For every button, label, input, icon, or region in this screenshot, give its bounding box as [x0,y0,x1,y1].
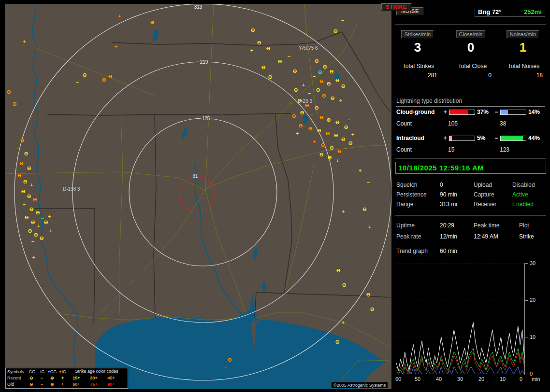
datetime-display: 10/18/2025 12:59:16 AM [395,162,546,174]
pos-cg-count: 105 [448,120,458,127]
total-close-label: Total Close [449,63,495,70]
trend-series-total-strikes [396,322,524,371]
capture-status: Active [512,191,528,198]
neg-ic-count: 123 [500,146,509,153]
pos-ic-bar [449,136,475,141]
upload-status: Disabled [512,182,535,188]
minus-sign: − [493,109,499,115]
legend-symbols-header: Symbols [6,369,26,374]
uptime-value: 20:29 [440,222,454,229]
total-strikes-value: 281 [395,72,441,79]
total-close-value: 0 [449,72,495,79]
plus-sign: + [442,109,448,115]
age-code: 45+ [102,376,120,380]
age-code: 75+ [85,382,102,387]
map-legend: Symbols -CG -IC +CG +IC Recent ⊖ − ⊕ + O… [5,368,128,389]
legend-row-recent: Recent [6,376,26,380]
neg-ic-icon: − [37,376,47,380]
x-tick-40: 40 [436,376,442,382]
copyright-text: ©2005 Astrogenic Systems [332,382,388,388]
intracloud-label: Intracloud [396,135,442,141]
trend-window-value: 60 min [440,248,457,254]
legend-row-old: Old [6,382,26,387]
storm-cell-label: D-196 3 [63,186,80,192]
total-noises-value: 18 [501,72,547,79]
neg-ic-icon: − [37,382,47,387]
plot-label: Plot [519,222,529,229]
settings-row: Persistence 90 min Capture Active [395,191,547,200]
control-panel: STRIKE NOISE Bng 72° 252mi Strikes/min 3… [395,4,547,388]
neg-ic-bar [500,136,526,141]
trend-y-axis [524,263,525,375]
intracloud-row: Intracloud + 5% − 44% [396,135,545,141]
neg-ic-percent: 44% [527,135,545,141]
neg-cg-icon: ⊖ [26,376,36,380]
count-label: Count [396,120,412,127]
close-per-min-header[interactable]: Close/min [456,30,486,39]
minus-sign: − [493,135,499,141]
peak-time-value: 12:49 AM [474,233,498,240]
radar-map[interactable]: +⊕++⊖⊖⊖+⊖⊖⊖−⊖⊖−⊖⊖⊖−⊖⊖⊖⊖⊖⊖−⊖⊖+⊖⊖⊖⊖−⊖⊕⊖⊖⊖⊖… [5,4,391,389]
legend-col-neg-cg: -CG [26,369,36,374]
persistence-value: 90 min [440,191,457,198]
pos-ic-count: 15 [448,146,454,153]
peak-rate-label: Peak rate [396,233,421,240]
bearing-range-display: Bng 72° 252mi [475,7,545,17]
squelch-value: 0 [440,182,443,188]
settings-row: Squelch 0 Upload Disabled [395,182,547,190]
x-tick-0: 0 [520,376,522,382]
age-code: 90+ [102,382,120,387]
legend-age-header: Strike age color codes [68,368,126,375]
trend-chart [396,263,524,374]
x-tick-60: 60 [395,376,401,382]
neg-cg-percent: 14% [527,109,545,115]
capture-label: Capture [474,191,494,198]
y-tick-20: 20 [530,297,536,303]
range-value: 252mi [524,8,542,15]
noises-per-min-header[interactable]: Noises/min [507,30,539,39]
noises-per-min-value: 1 [499,40,547,55]
receiver-label: Receiver [474,201,496,208]
count-label: Count [396,146,412,153]
ring-label-125: 125 [201,116,211,121]
settings-row: Range 313 mi Receiver Enabled [395,201,547,210]
plus-sign: + [442,135,448,141]
pos-ic-icon: + [58,382,68,387]
storm-cell-label: D-23 3 [298,98,312,104]
x-unit-label: min [532,376,540,382]
pos-cg-bar [449,110,475,115]
neg-cg-icon: ⊖ [26,382,36,387]
pos-cg-icon: ⊕ [47,376,57,380]
trend-header-row: Trend graph 60 min [395,248,547,256]
total-noises-label: Total Noises [501,63,547,70]
uptime-label: Uptime [396,222,415,229]
intracloud-counts: Count 15 123 [396,146,547,153]
persistence-label: Persistence [396,191,427,198]
age-code: 15+ [68,376,85,380]
trend-graph-label: Trend graph [396,248,428,254]
ring-label-219: 219 [199,59,209,65]
cloud-ground-counts: Count 105 38 [396,120,547,127]
age-code: 30+ [85,376,102,380]
upload-label: Upload [474,182,492,188]
x-tick-50: 50 [415,376,420,382]
range-value: 313 mi [440,201,457,208]
pos-cg-percent: 37% [476,109,493,115]
pos-ic-icon: + [58,376,68,380]
x-tick-10: 10 [500,376,506,382]
y-tick-10: 10 [530,334,536,340]
legend-col-pos-cg: +CG [47,369,57,374]
ring-label-31: 31 [191,173,199,179]
x-tick-30: 30 [457,376,463,382]
legend-col-pos-ic: +IC [58,369,68,374]
squelch-label: Squelch [396,182,417,188]
total-strikes-label: Total Strikes [395,63,441,70]
strikes-per-min-header[interactable]: Strikes/min [401,30,434,39]
neg-cg-count: 38 [500,120,506,127]
close-per-min-value: 0 [448,40,494,55]
neg-cg-bar [500,110,526,115]
strike-mode-button[interactable]: STRIKE [381,3,411,11]
range-label: Range [396,201,413,208]
peak-rate-value: 12/min [440,233,457,240]
peak-time-label: Peak time [474,222,499,229]
